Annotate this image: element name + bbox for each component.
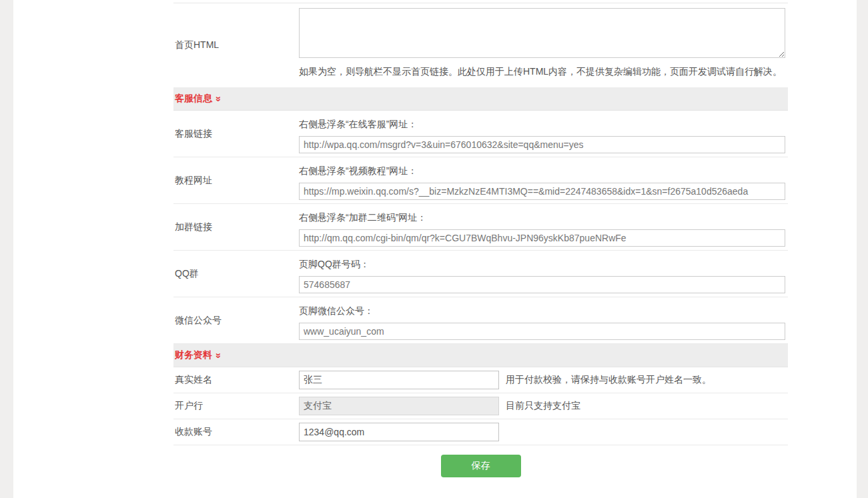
field-label-qq-group: QQ群: [173, 251, 299, 297]
section-header-service[interactable]: 客服信息 »: [173, 87, 788, 111]
field-hint-qq-group: 页脚QQ群号码：: [299, 259, 788, 271]
field-label-bank: 开户行: [173, 400, 299, 412]
content-panel: 首页HTML 如果为空，则导航栏不显示首页链接。此处仅用于上传HTML内容，不提…: [13, 0, 857, 498]
settings-form: 首页HTML 如果为空，则导航栏不显示首页链接。此处仅用于上传HTML内容，不提…: [173, 0, 788, 477]
field-label-real-name: 真实姓名: [173, 374, 299, 386]
section-title-finance: 财务资料: [175, 349, 212, 361]
form-row-tutorial-url: 教程网址 右侧悬浮条“视频教程”网址：: [173, 157, 788, 204]
field-label-group-link: 加群链接: [173, 204, 299, 250]
bank-input: [299, 397, 499, 415]
form-row-payment-account: 收款账号: [173, 419, 788, 445]
form-row-bank: 开户行 目前只支持支付宝: [173, 393, 788, 419]
form-row-homepage-html: 首页HTML 如果为空，则导航栏不显示首页链接。此处仅用于上传HTML内容，不提…: [173, 3, 788, 87]
field-label-payment-account: 收款账号: [173, 426, 299, 438]
save-row: 保存: [173, 445, 788, 477]
field-label-service-link: 客服链接: [173, 111, 299, 157]
group-link-input[interactable]: [299, 229, 785, 247]
section-header-finance[interactable]: 财务资料 »: [173, 344, 788, 367]
payment-account-input[interactable]: [299, 423, 499, 441]
save-button[interactable]: 保存: [441, 455, 521, 477]
field-hint-group-link: 右侧悬浮条“加群二维码”网址：: [299, 212, 788, 224]
field-label-tutorial-url: 教程网址: [173, 157, 299, 203]
field-hint-bank: 目前只支持支付宝: [506, 400, 580, 412]
form-row-qq-group: QQ群 页脚QQ群号码：: [173, 251, 788, 297]
tutorial-url-input[interactable]: [299, 183, 785, 200]
form-row-wechat-account: 微信公众号 页脚微信公众号：: [173, 297, 788, 344]
form-row-real-name: 真实姓名 用于付款校验，请保持与收款账号开户姓名一致。: [173, 367, 788, 393]
form-row-service-link: 客服链接 右侧悬浮条“在线客服”网址：: [173, 111, 788, 157]
field-hint-tutorial-url: 右侧悬浮条“视频教程”网址：: [299, 165, 788, 177]
homepage-html-hint: 如果为空，则导航栏不显示首页链接。此处仅用于上传HTML内容，不提供复杂编辑功能…: [299, 66, 788, 78]
field-label-homepage-html: 首页HTML: [173, 3, 299, 87]
service-link-input[interactable]: [299, 136, 785, 153]
field-hint-real-name: 用于付款校验，请保持与收款账号开户姓名一致。: [506, 374, 711, 386]
field-label-wechat-account: 微信公众号: [173, 297, 299, 343]
chevron-double-down-icon: »: [214, 353, 224, 358]
form-row-group-link: 加群链接 右侧悬浮条“加群二维码”网址：: [173, 204, 788, 251]
section-title-service: 客服信息: [175, 93, 212, 105]
field-hint-service-link: 右侧悬浮条“在线客服”网址：: [299, 119, 788, 131]
wechat-account-input[interactable]: [299, 323, 785, 340]
field-hint-wechat-account: 页脚微信公众号：: [299, 305, 788, 317]
qq-group-input[interactable]: [299, 276, 785, 293]
homepage-html-textarea[interactable]: [299, 8, 785, 58]
real-name-input[interactable]: [299, 371, 499, 389]
settings-page: 首页HTML 如果为空，则导航栏不显示首页链接。此处仅用于上传HTML内容，不提…: [0, 0, 868, 498]
chevron-double-down-icon: »: [214, 96, 224, 101]
